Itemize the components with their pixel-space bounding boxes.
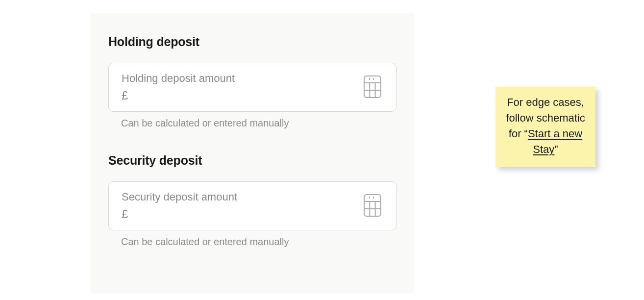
- security-deposit-heading: Security deposit: [108, 153, 396, 168]
- holding-deposit-section: Holding deposit Holding deposit amount £: [108, 35, 396, 129]
- holding-deposit-input-left: Holding deposit amount £: [122, 72, 235, 102]
- calculator-icon: [363, 75, 382, 100]
- currency-prefix: £: [122, 207, 237, 221]
- svg-rect-0: [364, 76, 381, 98]
- sticky-note: For edge cases, follow schematic for “St…: [495, 87, 595, 167]
- sticky-note-text-suffix: ”: [554, 143, 558, 155]
- holding-deposit-label: Holding deposit amount: [122, 72, 235, 85]
- security-deposit-helper: Can be calculated or entered manually: [121, 236, 396, 248]
- security-deposit-input-left: Security deposit amount £: [122, 191, 237, 221]
- holding-calculator-button[interactable]: [360, 72, 385, 103]
- holding-deposit-helper: Can be calculated or entered manually: [121, 118, 396, 129]
- security-deposit-input[interactable]: Security deposit amount £: [108, 181, 396, 230]
- svg-rect-7: [364, 195, 381, 216]
- holding-deposit-heading: Holding deposit: [108, 35, 396, 49]
- calculator-icon: [363, 193, 382, 219]
- security-deposit-section: Security deposit Security deposit amount…: [108, 153, 396, 248]
- security-deposit-label: Security deposit amount: [122, 191, 237, 203]
- holding-deposit-input[interactable]: Holding deposit amount £: [108, 63, 396, 112]
- currency-prefix: £: [122, 89, 235, 102]
- security-calculator-button[interactable]: [360, 190, 385, 222]
- deposits-form-panel: Holding deposit Holding deposit amount £: [91, 13, 414, 293]
